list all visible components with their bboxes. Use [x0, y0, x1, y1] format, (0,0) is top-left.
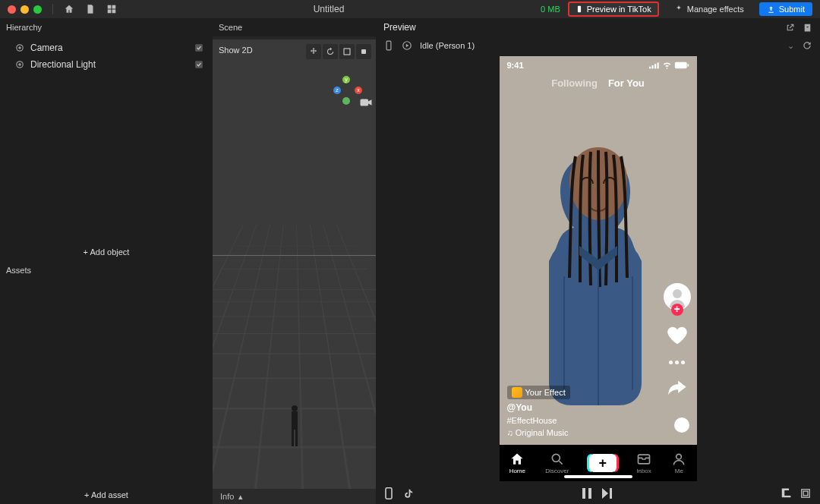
nav-inbox[interactable]: Inbox — [636, 452, 651, 474]
project-title: Untitled — [117, 4, 541, 14]
svg-rect-6 — [195, 61, 203, 68]
hashtag[interactable]: #EffectHouse — [507, 416, 570, 425]
username[interactable]: @You — [507, 402, 570, 413]
playback-bar — [376, 483, 820, 504]
popout-icon[interactable] — [785, 23, 795, 33]
svg-rect-29 — [802, 490, 810, 498]
axis-y-icon[interactable]: y — [342, 76, 350, 83]
profile-avatar[interactable]: + — [664, 283, 691, 310]
object-icon — [15, 43, 24, 52]
svg-rect-21 — [687, 64, 689, 66]
comment-icon[interactable] — [669, 361, 685, 364]
orientation-gizmo[interactable]: y x z — [335, 82, 358, 105]
submit-button[interactable]: Submit — [759, 2, 812, 16]
preview-in-tiktok-button[interactable]: Preview in TikTok — [568, 2, 659, 17]
scale-tool[interactable] — [339, 44, 355, 59]
refresh-icon[interactable] — [802, 40, 812, 51]
battery-icon — [674, 61, 689, 69]
window-controls[interactable] — [8, 5, 42, 14]
info-bar[interactable]: Info ▴ — [213, 489, 376, 504]
visibility-checkbox[interactable] — [194, 43, 203, 52]
preview-panel: Preview Idle (Person 1) ⌄ 9:41 — [376, 18, 820, 504]
manage-effects-label: Manage effects — [687, 5, 744, 14]
hierarchy-item-camera[interactable]: Camera — [0, 39, 213, 56]
axis-z-icon[interactable]: z — [333, 87, 341, 94]
move-tool[interactable] — [306, 44, 321, 59]
hierarchy-panel: Hierarchy Camera Directional Light + Add… — [0, 18, 213, 261]
maximize-window-icon[interactable] — [33, 5, 42, 14]
horizon-line — [213, 255, 376, 256]
svg-rect-13 — [295, 430, 298, 446]
rect-tool[interactable] — [356, 44, 371, 59]
follow-plus-icon[interactable]: + — [671, 304, 683, 316]
svg-rect-14 — [386, 41, 391, 50]
svg-rect-0 — [578, 6, 581, 12]
object-icon — [15, 60, 24, 69]
tab-following[interactable]: Following — [551, 77, 598, 89]
crop-icon[interactable] — [781, 488, 791, 499]
svg-point-5 — [18, 63, 21, 66]
axis-neg-icon[interactable] — [342, 97, 350, 105]
home-icon[interactable] — [64, 4, 74, 14]
svg-rect-12 — [292, 430, 294, 446]
titlebar: Untitled 0 MB Preview in TikTok Manage e… — [0, 0, 820, 18]
nav-home[interactable]: Home — [509, 452, 525, 474]
add-object-button[interactable]: + Add object — [0, 243, 213, 261]
svg-rect-8 — [361, 49, 366, 54]
camera-icon[interactable] — [359, 97, 373, 108]
nav-discover[interactable]: Discover — [545, 452, 569, 474]
hierarchy-item-label: Camera — [30, 43, 63, 53]
rotate-tool[interactable] — [323, 44, 338, 59]
svg-rect-3 — [195, 44, 203, 52]
svg-rect-17 — [651, 65, 653, 68]
hierarchy-item-light[interactable]: Directional Light — [0, 56, 213, 73]
aspect-icon[interactable] — [800, 488, 811, 499]
home-indicator — [564, 475, 632, 478]
sound-disc[interactable] — [674, 417, 689, 433]
axis-x-icon[interactable]: x — [355, 87, 362, 94]
scene-viewport[interactable]: Show 2D y x z — [213, 39, 376, 489]
preview-mode-label: Idle (Person 1) — [420, 41, 475, 50]
assets-body[interactable] — [0, 279, 213, 486]
add-asset-button[interactable]: + Add asset — [0, 486, 213, 504]
pause-icon[interactable] — [582, 488, 591, 499]
show-2d-toggle[interactable]: Show 2D — [219, 46, 253, 55]
next-frame-icon[interactable] — [602, 488, 613, 499]
svg-rect-16 — [649, 67, 651, 69]
manage-effects-button[interactable]: Manage effects — [667, 2, 752, 16]
profile-icon — [671, 452, 686, 467]
play-preview-icon[interactable] — [402, 40, 412, 51]
signal-icon — [649, 61, 660, 69]
svg-point-23 — [552, 454, 560, 461]
panels-icon[interactable] — [106, 4, 117, 14]
effect-badge[interactable]: Your Effect — [507, 386, 570, 399]
device-icon[interactable] — [383, 40, 394, 51]
status-time: 9:41 — [507, 61, 524, 70]
nav-create[interactable]: + — [589, 454, 617, 472]
svg-point-25 — [676, 454, 682, 459]
scene-header: Scene — [213, 18, 376, 36]
preview-mode-dropdown[interactable]: Idle (Person 1) ⌄ — [420, 41, 794, 51]
chevron-up-icon: ▴ — [238, 492, 243, 502]
close-window-icon[interactable] — [8, 5, 16, 14]
tiktok-icon[interactable] — [403, 488, 414, 499]
svg-point-10 — [292, 405, 298, 411]
device-toggle-icon[interactable] — [385, 487, 393, 499]
side-actions: + — [664, 283, 691, 399]
nav-me[interactable]: Me — [671, 452, 686, 474]
visibility-checkbox[interactable] — [194, 60, 203, 69]
import-icon[interactable] — [803, 23, 812, 33]
like-icon[interactable] — [666, 324, 689, 347]
svg-point-2 — [18, 46, 21, 49]
document-icon[interactable] — [85, 4, 96, 14]
tab-for-you[interactable]: For You — [608, 77, 645, 89]
phone-status-bar: 9:41 — [507, 61, 689, 70]
toolbar-icons — [52, 4, 117, 14]
inbox-icon — [636, 452, 651, 467]
file-size-label: 0 MB — [541, 5, 560, 14]
share-icon[interactable] — [667, 378, 688, 399]
music-row[interactable]: ♫ Original Music — [507, 428, 570, 437]
minimize-window-icon[interactable] — [20, 5, 29, 14]
hierarchy-header: Hierarchy — [0, 18, 213, 36]
effect-icon — [512, 387, 522, 398]
